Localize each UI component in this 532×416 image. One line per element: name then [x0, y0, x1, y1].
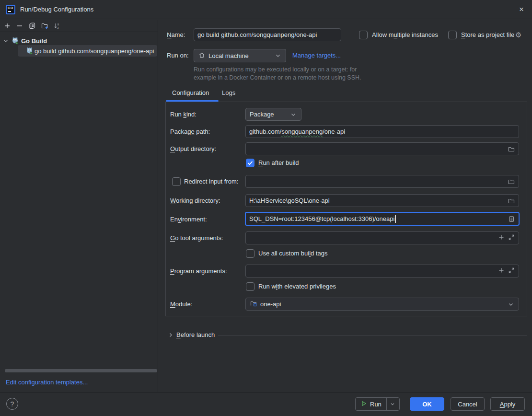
working-directory-label: Working directory:: [170, 194, 220, 207]
name-label: Name:: [167, 28, 185, 42]
remove-configuration-icon[interactable]: [16, 22, 23, 30]
run-on-hint-line2: example in a Docker Container or on a re…: [194, 74, 361, 82]
go-tool-arguments-input[interactable]: [245, 231, 519, 244]
chevron-down-icon[interactable]: [2, 37, 10, 45]
run-button-label: Run: [370, 401, 382, 408]
copy-configuration-icon[interactable]: [28, 22, 36, 30]
home-icon: [198, 51, 206, 60]
expand-icon[interactable]: [508, 266, 515, 276]
run-split-button[interactable]: Run: [355, 397, 400, 411]
module-folder-icon: [250, 300, 257, 309]
run-kind-value: Package: [250, 111, 274, 118]
go-build-icon: [12, 37, 19, 45]
output-directory-input[interactable]: [245, 142, 519, 155]
run-on-hint-line1: Run configurations may be executed local…: [194, 66, 357, 74]
sort-configurations-icon[interactable]: a z: [53, 22, 61, 30]
before-launch-divider: [218, 335, 527, 335]
allow-multiple-instances-checkbox[interactable]: [359, 31, 368, 39]
package-path-value: github.com/songquanpeng/one-api: [249, 128, 345, 135]
edit-configuration-templates-link[interactable]: Edit configuration templates...: [6, 379, 88, 386]
working-directory-input[interactable]: H:\aHService\goSQL\one-api: [245, 194, 519, 207]
go-tool-arguments-label: Go tool arguments:: [170, 231, 223, 244]
sidebar-toolbar: a z: [0, 20, 158, 32]
tree-group-go-build[interactable]: Go Build: [0, 36, 47, 46]
goland-app-icon-text: GO: [7, 6, 14, 10]
cancel-button[interactable]: Cancel: [451, 397, 485, 411]
chevron-down-icon: [289, 111, 297, 118]
help-icon[interactable]: ?: [6, 398, 18, 410]
redirect-input-label: Redirect input from:: [184, 177, 238, 186]
run-on-select[interactable]: Local machine: [194, 49, 286, 62]
module-value: one-api: [260, 300, 281, 308]
module-label: Module:: [170, 298, 192, 311]
name-input[interactable]: go build github.com/songquanpeng/one-api: [194, 28, 341, 41]
module-select[interactable]: one-api: [245, 298, 519, 311]
expand-icon[interactable]: [508, 233, 515, 243]
new-folder-icon[interactable]: [41, 22, 48, 30]
run-debug-configurations-dialog: GO Run/Debug Configurations ×: [0, 0, 532, 416]
environment-value: SQL_DSN=root:123456@tcp(localhost:3306)/…: [249, 215, 394, 222]
browse-folder-icon[interactable]: [508, 178, 515, 185]
output-directory-label: Output directory:: [170, 142, 216, 155]
manage-targets-link[interactable]: Manage targets...: [292, 49, 341, 62]
horizontal-scrollbar[interactable]: [5, 369, 157, 372]
run-after-build-checkbox[interactable]: [246, 159, 254, 167]
run-on-value: Local machine: [208, 52, 249, 59]
tree-item-label: go build github.com/songquanpeng/one-api: [35, 47, 154, 55]
svg-text:z: z: [58, 25, 59, 29]
store-as-project-file-checkbox[interactable]: [448, 31, 457, 39]
gear-icon[interactable]: ⚙: [515, 31, 521, 39]
working-directory-value: H:\aHService\goSQL\one-api: [249, 197, 330, 204]
apply-button[interactable]: Apply: [490, 397, 525, 411]
configurations-sidebar: a z Go Build: [0, 20, 158, 393]
redirect-input-from-input[interactable]: [245, 175, 519, 188]
package-path-label: Package path:: [170, 125, 210, 138]
store-as-project-file-label: Store as project file: [461, 31, 514, 39]
allow-multiple-instances-label: Allow multiple instances: [372, 31, 438, 39]
browse-folder-icon[interactable]: [508, 197, 515, 205]
ok-button[interactable]: OK: [410, 397, 444, 411]
goland-app-icon-underscore: [8, 11, 11, 12]
run-on-label: Run on:: [167, 49, 189, 62]
tree-group-label: Go Build: [21, 37, 47, 45]
play-icon: [360, 400, 367, 408]
run-options-chevron-icon[interactable]: [387, 398, 398, 410]
chevron-down-icon: [274, 52, 282, 59]
close-icon[interactable]: ×: [511, 0, 532, 19]
package-path-input[interactable]: github.com/songquanpeng/one-api: [245, 125, 519, 138]
run-after-build-label: Run after build: [258, 159, 299, 167]
chevron-down-icon: [507, 300, 515, 308]
dialog-footer: ? Run OK Cancel Apply: [0, 392, 532, 416]
browse-folder-icon[interactable]: [508, 145, 515, 153]
use-custom-build-tags-checkbox[interactable]: [246, 249, 254, 258]
text-caret: [395, 215, 396, 223]
run-kind-label: Run kind:: [170, 108, 197, 121]
tab-configuration[interactable]: Configuration: [172, 89, 209, 96]
run-button[interactable]: Run: [356, 398, 386, 410]
program-arguments-label: Program arguments:: [170, 265, 227, 277]
goland-app-icon: GO: [6, 5, 15, 14]
name-value: go build github.com/songquanpeng/one-api: [197, 31, 317, 38]
redirect-input-checkbox[interactable]: [172, 177, 181, 186]
typo-highlight: songquanpeng: [281, 128, 323, 135]
elevated-privileges-label: Run with elevated privileges: [258, 282, 336, 291]
program-arguments-input[interactable]: [245, 265, 519, 277]
go-build-icon: [26, 47, 34, 55]
edit-variables-icon[interactable]: [508, 215, 515, 223]
add-icon[interactable]: [497, 233, 505, 243]
title-bar: GO Run/Debug Configurations ×: [0, 0, 532, 19]
environment-input[interactable]: SQL_DSN=root:123456@tcp(localhost:3306)/…: [245, 212, 520, 226]
use-custom-build-tags-label: Use all custom build tags: [258, 249, 328, 258]
tab-logs[interactable]: Logs: [222, 89, 235, 96]
chevron-right-icon[interactable]: [167, 331, 174, 339]
add-icon[interactable]: [497, 266, 505, 276]
before-launch-label[interactable]: Before launch: [176, 331, 215, 339]
add-configuration-icon[interactable]: [3, 22, 11, 30]
environment-label: Environment:: [170, 212, 207, 226]
dialog-title: Run/Debug Configurations: [20, 6, 93, 13]
tree-item-selected-configuration[interactable]: go build github.com/songquanpeng/one-api: [18, 45, 157, 57]
run-kind-select[interactable]: Package: [245, 108, 301, 121]
main-content: Name: go build github.com/songquanpeng/o…: [159, 20, 532, 393]
elevated-privileges-checkbox[interactable]: [246, 282, 254, 291]
